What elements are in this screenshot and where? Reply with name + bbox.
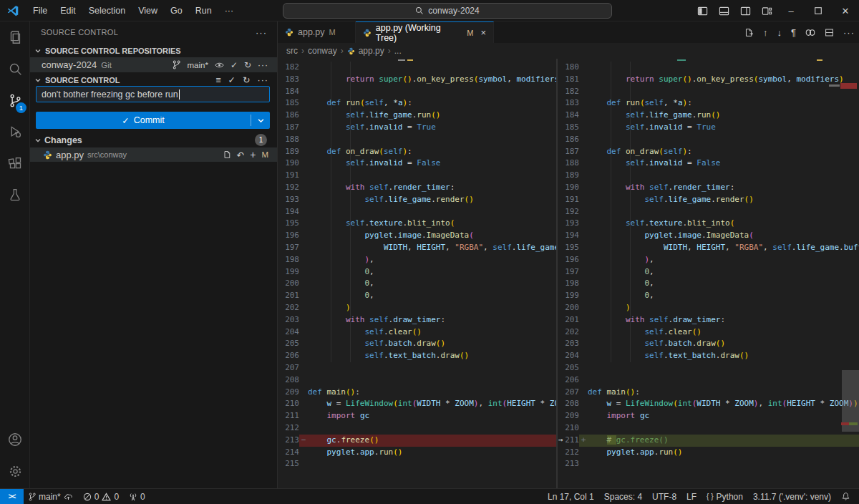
explorer-icon[interactable] <box>0 21 30 53</box>
changes-header[interactable]: Changes 1 <box>30 133 277 147</box>
open-changes-file-icon[interactable] <box>744 28 754 37</box>
python-interpreter-item[interactable]: 3.11.7 ('.venv': venv) <box>748 489 836 504</box>
diff-sign <box>579 410 588 422</box>
view-as-list-icon[interactable]: ≡ <box>215 75 220 85</box>
overview-ruler-deleted-mark <box>841 422 849 425</box>
remote-indicator[interactable]: >< <box>0 489 24 504</box>
next-change-icon[interactable]: ↓ <box>777 27 782 38</box>
changed-file-row[interactable]: app.py src\conway ↶ + M <box>30 147 277 162</box>
minimize-button[interactable]: – <box>777 0 805 21</box>
modified-pane[interactable]: 180181 return super().on_key_press(symbo… <box>558 59 859 488</box>
breadcrumb-item[interactable]: app.py <box>359 46 384 56</box>
line-number: 203 <box>558 338 579 350</box>
menu-edit[interactable]: Edit <box>54 0 82 21</box>
branch-status-item[interactable]: main* <box>24 489 78 504</box>
menu-run[interactable]: Run <box>189 0 218 21</box>
commit-button[interactable]: ✓ Commit <box>36 112 270 129</box>
original-pane[interactable]: 182183 return super().on_key_press(symbo… <box>278 59 556 488</box>
breadcrumb-item[interactable]: src <box>286 46 298 56</box>
problems-status-item[interactable]: 0 0 <box>78 489 124 504</box>
menu-selection[interactable]: Selection <box>82 0 132 21</box>
line-number: 204 <box>278 326 299 339</box>
tab-app-py[interactable]: app.py M <box>278 21 356 43</box>
sidebar-more-icon[interactable]: ··· <box>256 27 267 38</box>
diff-sign <box>299 158 308 170</box>
diff-sign <box>579 97 588 110</box>
menu-file[interactable]: File <box>26 0 54 21</box>
open-file-icon[interactable] <box>223 150 231 159</box>
python-file-icon <box>43 150 52 160</box>
close-button[interactable]: ✕ <box>832 0 859 21</box>
toggle-panel-icon[interactable] <box>713 0 734 21</box>
run-debug-icon[interactable] <box>0 116 30 147</box>
code-line: 186 self.life_game.run() <box>278 110 556 122</box>
extensions-icon[interactable] <box>0 147 30 179</box>
diff-sign <box>579 387 588 399</box>
overview-ruler-mark <box>829 84 840 87</box>
menu-go[interactable]: Go <box>164 0 189 21</box>
toggle-primary-sidebar-icon[interactable] <box>691 0 713 21</box>
code-line: 210 w = LifeWindow(int(WIDTH * ZOOM), in… <box>278 398 556 410</box>
repository-row[interactable]: conway-2024 Git main* ✓ ↻ ··· <box>30 57 277 72</box>
code-line: 199 0, <box>558 290 859 302</box>
refresh-icon[interactable]: ↻ <box>244 60 251 70</box>
encoding-item[interactable]: UTF-8 <box>647 489 681 504</box>
notifications-bell[interactable] <box>836 489 859 504</box>
tab-close-icon[interactable]: × <box>480 27 486 38</box>
discard-changes-icon[interactable]: ↶ <box>237 150 244 160</box>
breadcrumb-item[interactable]: conway <box>308 46 337 56</box>
settings-gear-icon[interactable] <box>0 455 30 487</box>
tab-app-py-working-tree[interactable]: app.py (Working Tree) M × <box>356 21 494 43</box>
repositories-header[interactable]: SOURCE CONTROL REPOSITORIES <box>30 44 277 57</box>
search-view-icon[interactable] <box>0 53 30 84</box>
map-icon[interactable] <box>805 29 815 37</box>
line-number: 213 <box>278 435 299 447</box>
repo-more-icon[interactable]: ··· <box>258 60 268 70</box>
language-mode-item[interactable]: { } Python <box>702 489 748 504</box>
line-number: 184 <box>278 86 299 98</box>
maximize-button[interactable] <box>805 0 832 21</box>
stage-changes-icon[interactable]: + <box>250 149 256 160</box>
scm-more-icon[interactable]: ··· <box>258 75 269 85</box>
python-file-icon <box>347 47 355 55</box>
line-number: 202 <box>558 326 579 339</box>
repo-branch-label[interactable]: main* <box>187 61 208 69</box>
customize-layout-icon[interactable] <box>756 0 777 21</box>
cursor-position-item[interactable]: Ln 17, Col 1 <box>543 489 599 504</box>
whitespace-icon[interactable]: ¶ <box>791 27 796 38</box>
code-line: 184 <box>278 86 556 98</box>
code-line: 193 self.texture.blit_into( <box>558 218 859 230</box>
eol-item[interactable]: LF <box>681 489 702 504</box>
editor-more-icon[interactable]: ··· <box>843 27 855 38</box>
command-center-search[interactable]: conway-2024 <box>283 3 612 19</box>
commit-check-icon[interactable]: ✓ <box>230 60 238 70</box>
commit-message-input[interactable]: don't bother freezing gc before run <box>36 86 270 102</box>
refresh-icon[interactable]: ↻ <box>243 74 250 85</box>
search-value: conway-2024 <box>428 6 479 16</box>
breadcrumb[interactable]: src › conway › app.py › ... <box>278 43 859 59</box>
menu-view[interactable]: View <box>132 0 164 21</box>
diff-sign <box>579 74 588 86</box>
ports-status-item[interactable]: 0 <box>124 489 150 504</box>
diff-sign <box>579 266 588 278</box>
code-line: 192 with self.render_timer: <box>278 182 556 194</box>
testing-icon[interactable] <box>0 179 30 210</box>
diff-sign <box>579 447 588 459</box>
line-number: 189 <box>558 170 579 182</box>
commit-dropdown-button[interactable] <box>251 117 270 124</box>
split-editor-icon[interactable] <box>825 28 834 37</box>
commit-check-icon[interactable]: ✓ <box>228 74 236 85</box>
diff-sign <box>299 422 308 435</box>
indentation-item[interactable]: Spaces: 4 <box>599 489 647 504</box>
eye-icon[interactable] <box>215 62 224 69</box>
line-number: 191 <box>558 194 579 206</box>
menu-more[interactable]: ··· <box>218 0 241 21</box>
scm-section-header[interactable]: SOURCE CONTROL ≡ ✓ ↻ ··· <box>30 73 277 87</box>
previous-change-icon[interactable]: ↑ <box>763 27 768 38</box>
account-icon[interactable] <box>0 424 30 455</box>
code-line: 199 0, <box>278 266 556 278</box>
line-number: 190 <box>278 158 299 170</box>
breadcrumb-item[interactable]: ... <box>394 46 402 56</box>
source-control-view-icon[interactable]: 1 <box>0 84 30 116</box>
toggle-secondary-sidebar-icon[interactable] <box>734 0 756 21</box>
